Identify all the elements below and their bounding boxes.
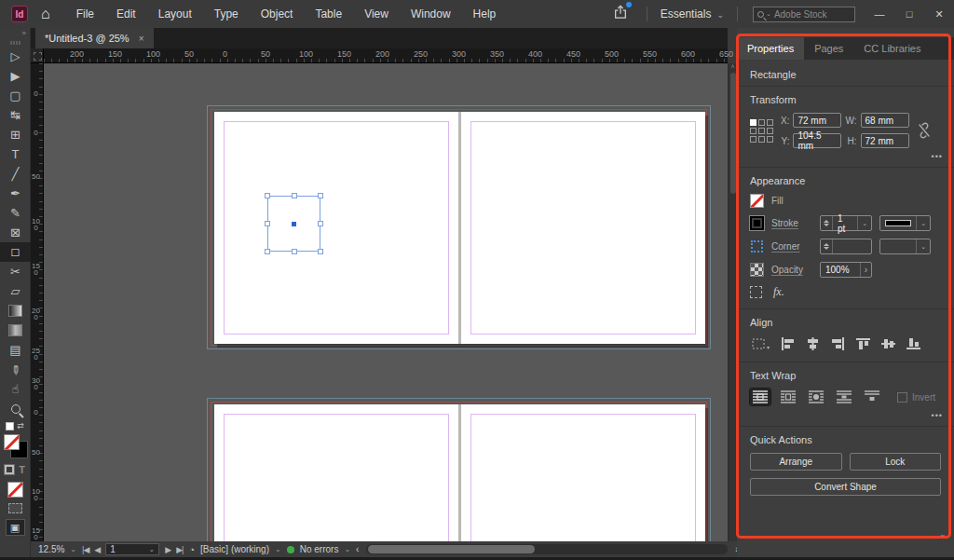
rectangle-tool[interactable]: □ [0, 242, 31, 262]
default-fill-stroke-icon[interactable]: ⇄ [0, 418, 30, 433]
corner-size-combo[interactable] [820, 239, 872, 254]
direct-selection-tool[interactable]: ▶ [0, 66, 31, 86]
previous-page-button[interactable]: ◀ [94, 545, 100, 554]
panel-scroll-chevron-icon[interactable]: ⌄ [939, 529, 947, 539]
formatting-affects-container-icon[interactable] [5, 465, 14, 474]
x-field[interactable]: 72 mm [793, 113, 841, 128]
stroke-color-swatch[interactable] [750, 216, 764, 230]
align-to-dropdown[interactable]: ▾ [750, 336, 771, 352]
convert-shape-button[interactable]: Convert Shape [750, 478, 941, 496]
ruler-origin-corner[interactable] [31, 48, 44, 63]
chevron-down-icon[interactable]: ⌄ [344, 545, 350, 553]
apply-gradient-icon[interactable] [8, 503, 22, 513]
no-text-wrap-button[interactable] [750, 389, 770, 405]
jump-object-button[interactable] [834, 389, 854, 405]
selected-rectangle[interactable] [267, 196, 320, 252]
workspace-switcher[interactable]: Essentials⌄ [653, 7, 731, 20]
selection-handle-n[interactable] [292, 193, 297, 198]
tools-collapse-icon[interactable]: » [0, 28, 30, 38]
zoom-level[interactable]: 12.5% [38, 544, 64, 554]
page-1-right[interactable] [461, 112, 705, 344]
formatting-affects-text-icon[interactable]: T [19, 464, 25, 475]
page-tool[interactable]: ▢ [0, 86, 31, 105]
corner-shape-dropdown[interactable]: ⌄ [879, 239, 931, 254]
note-tool[interactable]: ▤ [0, 340, 31, 360]
zoom-tool[interactable] [0, 399, 31, 418]
last-page-button[interactable]: ▶| [176, 545, 183, 554]
home-icon[interactable]: ⌂ [41, 6, 50, 22]
page-1-left[interactable] [214, 112, 458, 344]
error-status[interactable]: No errors [300, 544, 339, 554]
selection-handle-nw[interactable] [265, 193, 270, 198]
page-2-right[interactable] [461, 404, 705, 541]
minimize-button[interactable]: — [865, 0, 894, 28]
w-field[interactable]: 68 mm [861, 113, 909, 128]
gradient-feather-tool[interactable] [0, 321, 31, 340]
object-style-icon[interactable] [750, 286, 762, 298]
constrain-proportions-broken-link-icon[interactable] [917, 122, 932, 139]
transform-more-options[interactable]: ••• [932, 152, 943, 161]
scroll-left-arrow[interactable]: ‹ [356, 544, 359, 554]
selection-handle-se[interactable] [318, 249, 323, 254]
selection-tool[interactable]: ▷ [0, 47, 31, 66]
line-tool[interactable]: ╱ [0, 164, 31, 184]
pencil-tool[interactable]: ✎ [0, 203, 31, 223]
page-number-field[interactable]: 1 ⌄ [105, 543, 159, 555]
free-transform-tool[interactable]: ▱ [0, 281, 31, 301]
opacity-field[interactable]: 100% › [820, 262, 872, 278]
h-field[interactable]: 72 mm [861, 133, 909, 148]
tab-properties[interactable]: Properties [737, 37, 804, 60]
share-button[interactable] [613, 5, 628, 23]
selection-handle-s[interactable] [292, 249, 297, 254]
page-2-left[interactable] [214, 404, 458, 541]
chevron-down-icon[interactable]: ⌄ [916, 239, 930, 253]
type-tool[interactable]: T [0, 144, 31, 164]
align-bottom-button[interactable] [905, 335, 922, 352]
scrollbar-thumb[interactable] [368, 545, 534, 553]
fill-swatch-none[interactable] [750, 194, 764, 208]
stroke-weight-combo[interactable]: 1 pt ⌄ [820, 215, 872, 231]
eyedropper-tool[interactable]: ✐ [0, 360, 31, 379]
reference-point-selector[interactable] [750, 119, 773, 143]
selection-handle-e[interactable] [318, 221, 323, 226]
effects-fx-icon[interactable]: fx. [773, 285, 784, 299]
preflight-preset[interactable]: [Basic] (working) [200, 544, 269, 554]
swap-fill-stroke-icon[interactable]: ⇄ [17, 421, 24, 430]
zoom-chevron-icon[interactable]: ⌄ [70, 545, 76, 553]
horizontal-scrollbar[interactable] [366, 544, 728, 554]
fill-swatch-none[interactable] [4, 434, 20, 450]
menu-object[interactable]: Object [250, 0, 305, 28]
lock-button[interactable]: Lock [850, 453, 942, 471]
menu-type[interactable]: Type [203, 0, 250, 28]
tab-close-icon[interactable]: × [139, 34, 144, 44]
pen-tool[interactable]: ✒ [0, 184, 31, 203]
y-field[interactable]: 104.5 mm [793, 133, 841, 148]
tools-grip[interactable] [0, 38, 30, 47]
rectangle-frame-tool[interactable]: ⊠ [0, 223, 31, 242]
next-page-button[interactable]: ▶ [165, 545, 170, 554]
selection-handle-w[interactable] [265, 221, 270, 226]
gap-tool[interactable]: ↹ [0, 105, 31, 125]
vertical-scrollbar[interactable]: ˄ [728, 63, 737, 541]
align-vertical-center-button[interactable] [879, 335, 897, 352]
adobe-stock-search-input[interactable]: ⌄ Adobe Stock [753, 7, 855, 22]
spread-2[interactable] [214, 404, 705, 541]
opacity-expand-icon[interactable]: › [860, 263, 871, 277]
opacity-link[interactable]: Opacity [771, 265, 812, 275]
document-canvas[interactable] [44, 63, 728, 541]
selection-center-point[interactable] [292, 222, 296, 226]
stroke-color-dropdown[interactable]: ⌄ [879, 215, 931, 231]
tab-pages[interactable]: Pages [804, 37, 853, 60]
preflight-icon[interactable]: ◔ [188, 544, 195, 555]
menu-view[interactable]: View [353, 0, 400, 28]
horizontal-ruler[interactable]: 2001501005005010015020025030035040045050… [44, 48, 728, 63]
tab-cc-libraries[interactable]: CC Libraries [853, 37, 931, 60]
close-button[interactable]: ✕ [924, 0, 954, 28]
menu-table[interactable]: Table [304, 0, 353, 28]
first-page-button[interactable]: |◀ [82, 545, 89, 554]
menu-layout[interactable]: Layout [147, 0, 203, 28]
scrollbar-thumb[interactable] [730, 73, 736, 194]
text-wrap-more-options[interactable]: ••• [932, 411, 943, 420]
fill-stroke-control[interactable] [0, 433, 31, 461]
stroke-link[interactable]: Stroke [771, 218, 812, 228]
